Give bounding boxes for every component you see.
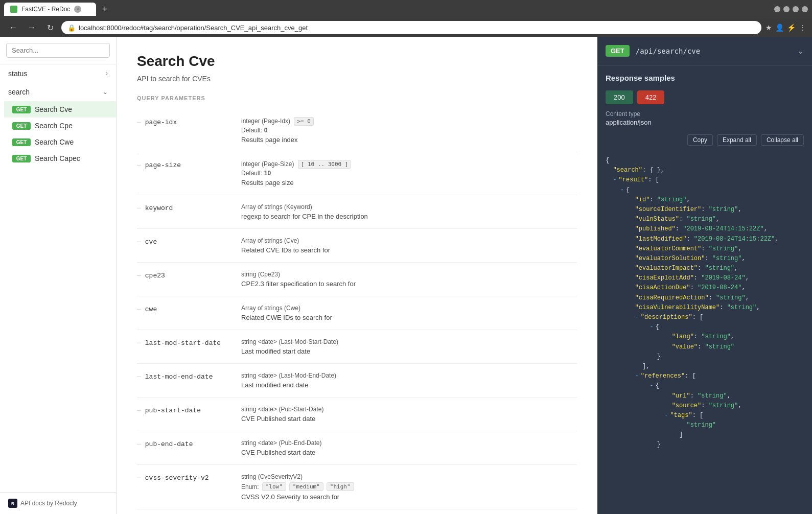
param-desc-keyword: regexp to search for CPE in the descript… (241, 213, 577, 220)
param-type-cvss-severity-v2: string (CveSeverityV2) (241, 473, 577, 480)
code-block: { "search": { }, -"result": [ -{ "id": "… (597, 150, 812, 514)
collapse-all-button[interactable]: Collapse all (761, 134, 804, 146)
param-desc-cvss-severity-v2: CVSS V2.0 Severity to search for (241, 493, 577, 501)
enum-val-medium: "medium" (289, 482, 323, 491)
param-row-pub-end-date: ─ pub-end-date string <date> (Pub-End-Da… (137, 431, 577, 465)
param-indent-icon: ─ (137, 373, 141, 381)
sidebar-item-search[interactable]: search ⌄ (0, 83, 116, 101)
forward-button[interactable]: → (25, 20, 39, 35)
sidebar-search-container (0, 37, 116, 64)
param-details-last-mod-start-date: string <date> (Last-Mod-Start-Date) Last… (241, 338, 577, 355)
sidebar-item-search-cpe-label: Search Cpe (35, 122, 73, 130)
nav-actions: ★ 👤 ⚡ ⋮ (765, 24, 806, 32)
tab-title: FastCVE - ReDoc (21, 6, 70, 13)
sidebar-item-search-cve[interactable]: GET Search Cve (4, 101, 116, 118)
param-name-page-size: ─ page-size (137, 160, 229, 169)
param-default-page-idx: Default: 0 (241, 127, 577, 134)
param-name-cpe23: ─ cpe23 (137, 271, 229, 279)
param-type-page-size: integer (Page-Size) [ 10 .. 3000 ] (241, 160, 577, 168)
sidebar-item-search-cwe[interactable]: GET Search Cwe (4, 134, 116, 150)
right-panel: GET /api/search/cve ⌄ Response samples 2… (597, 37, 812, 514)
param-desc-last-mod-start-date: Last modified start date (241, 347, 577, 355)
param-details-page-idx: integer (Page-Idx) >= 0 Default: 0 Resul… (241, 118, 577, 144)
param-indent-icon: ─ (137, 407, 141, 414)
sidebar-item-search-cpe[interactable]: GET Search Cpe (4, 118, 116, 134)
sidebar-item-search-capec[interactable]: GET Search Capec (4, 150, 116, 167)
sidebar-footer-text: API docs by Redocly (20, 500, 77, 507)
sidebar-item-status[interactable]: status › (0, 64, 116, 83)
param-name-pub-start-date: ─ pub-start-date (137, 406, 229, 414)
param-desc-page-idx: Results page index (241, 136, 577, 144)
copy-button[interactable]: Copy (687, 134, 713, 146)
param-details-pub-start-date: string <date> (Pub-Start-Date) CVE Publi… (241, 406, 577, 423)
param-type-cpe23: string (Cpe23) (241, 271, 577, 278)
param-row-cvss-severity-v3: ─ cvss-severity-v3 string (CveSeverityV3… (137, 509, 577, 514)
url-text: localhost:8000/redoc#tag/search/operatio… (79, 24, 308, 32)
endpoint-path: /api/search/cve (636, 47, 700, 55)
profile-button[interactable]: 👤 (775, 24, 784, 32)
browser-nav: ← → ↻ 🔒 localhost:8000/redoc#tag/search/… (0, 18, 812, 37)
response-tabs: 200 422 (597, 90, 812, 110)
expand-all-button[interactable]: Expand all (717, 134, 757, 146)
browser-chrome: FastCVE - ReDoc × + ← → ↻ 🔒 localhost:80… (0, 0, 812, 37)
tab-close-button[interactable]: × (74, 6, 81, 13)
get-badge-cve: GET (12, 106, 31, 113)
param-type-keyword: Array of strings (Keyword) (241, 203, 577, 211)
bookmark-button[interactable]: ★ (765, 24, 772, 32)
param-details-cpe23: string (Cpe23) CPE2.3 filter specificati… (241, 271, 577, 288)
param-type-last-mod-end-date: string <date> (Last-Mod-End-Date) (241, 372, 577, 379)
enum-label: Enum: (241, 483, 259, 490)
sidebar-item-search-label: search (8, 88, 30, 96)
param-row-cwe: ─ cwe Array of strings (Cwe) Related CWE… (137, 296, 577, 330)
tab-422[interactable]: 422 (637, 90, 665, 104)
response-samples-label: Response samples (597, 65, 812, 90)
page-title: Search Cve (137, 53, 577, 69)
param-name-cve: ─ cve (137, 237, 229, 246)
param-row-cvss-severity-v2: ─ cvss-severity-v2 string (CveSeverityV2… (137, 465, 577, 509)
param-row-keyword: ─ keyword Array of strings (Keyword) reg… (137, 195, 577, 229)
sidebar-footer: R API docs by Redocly (0, 492, 116, 514)
page-description: API to search for CVEs (137, 75, 577, 83)
search-input[interactable] (6, 43, 110, 58)
address-bar[interactable]: 🔒 localhost:8000/redoc#tag/search/operat… (61, 21, 761, 34)
sidebar: status › search ⌄ GET Search Cve GET Sea… (0, 37, 117, 514)
new-tab-button[interactable]: + (100, 2, 110, 17)
param-indent-icon: ─ (137, 474, 141, 482)
get-badge-capec: GET (12, 155, 31, 162)
sidebar-item-status-label: status (8, 69, 27, 78)
param-type-cve: Array of strings (Cve) (241, 237, 577, 244)
tab-200[interactable]: 200 (606, 90, 633, 104)
param-name-cwe: ─ cwe (137, 305, 229, 313)
lock-icon: 🔒 (67, 24, 76, 32)
sidebar-item-search-cwe-label: Search Cwe (35, 138, 74, 146)
param-row-cve: ─ cve Array of strings (Cve) Related CVE… (137, 229, 577, 263)
back-button[interactable]: ← (6, 20, 20, 35)
redocly-logo: R (8, 499, 17, 508)
browser-titlebar: FastCVE - ReDoc × + (0, 0, 812, 18)
menu-button[interactable]: ⋮ (799, 24, 806, 32)
param-row-page-size: ─ page-size integer (Page-Size) [ 10 .. … (137, 152, 577, 195)
content-type-section: Content type application/json (597, 110, 812, 130)
param-row-pub-start-date: ─ pub-start-date string <date> (Pub-Star… (137, 398, 577, 431)
param-indent-icon: ─ (137, 204, 141, 212)
section-label: QUERY PARAMETERS (137, 95, 577, 101)
reload-button[interactable]: ↻ (43, 20, 57, 35)
param-indent-icon: ─ (137, 339, 141, 347)
param-details-page-size: integer (Page-Size) [ 10 .. 3000 ] Defau… (241, 160, 577, 186)
browser-tab: FastCVE - ReDoc × (4, 3, 96, 16)
param-name-keyword: ─ keyword (137, 203, 229, 212)
sidebar-sub-items: GET Search Cve GET Search Cpe GET Search… (0, 101, 116, 167)
extensions-button[interactable]: ⚡ (787, 24, 796, 32)
param-name-last-mod-end-date: ─ last-mod-end-date (137, 372, 229, 381)
app-container: status › search ⌄ GET Search Cve GET Sea… (0, 37, 812, 514)
sidebar-item-search-cve-label: Search Cve (35, 105, 72, 113)
param-details-pub-end-date: string <date> (Pub-End-Date) CVE Publish… (241, 439, 577, 456)
get-badge-cwe: GET (12, 138, 31, 146)
panel-chevron-icon[interactable]: ⌄ (797, 46, 804, 56)
param-indent-icon: ─ (137, 306, 141, 313)
method-badge: GET (606, 45, 630, 57)
param-default-page-size: Default: 10 (241, 170, 577, 177)
param-details-last-mod-end-date: string <date> (Last-Mod-End-Date) Last m… (241, 372, 577, 389)
param-desc-pub-start-date: CVE Published start date (241, 415, 577, 423)
param-name-last-mod-start-date: ─ last-mod-start-date (137, 338, 229, 347)
